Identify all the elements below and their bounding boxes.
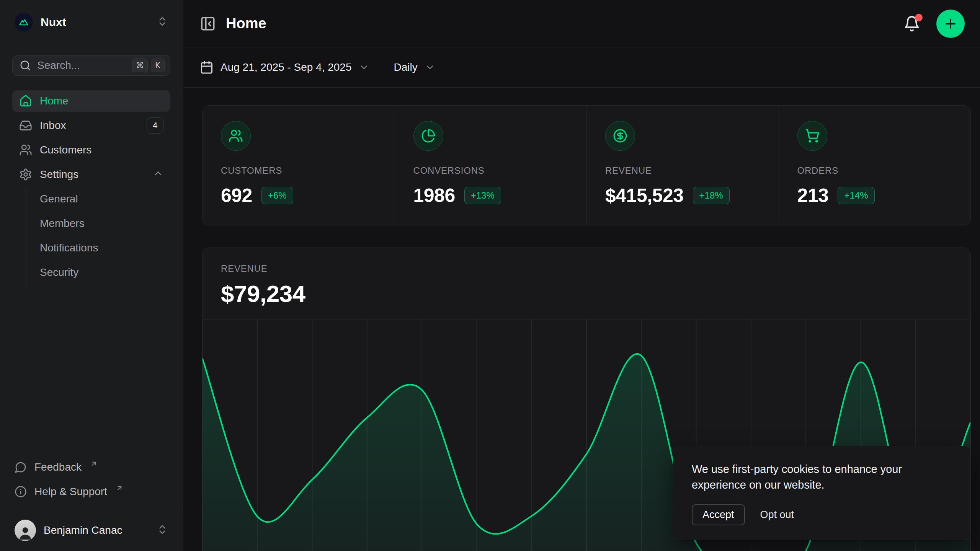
sidebar: Nuxt ⌘ K Home Inbox 4 [0, 0, 183, 551]
sidebar-footer-nav: Feedback Help & Support [12, 456, 170, 505]
user-menu[interactable]: Benjamin Canac [12, 511, 170, 551]
stat-value: 692 [221, 184, 252, 207]
stat-label: CONVERSIONS [413, 165, 568, 176]
external-link-arrow-icon [90, 460, 98, 468]
inbox-icon [19, 119, 32, 132]
subnav-label: General [40, 193, 78, 205]
stat-label: ORDERS [797, 165, 952, 176]
pie-chart-icon [413, 121, 443, 151]
sidebar-item-label: Home [40, 95, 69, 107]
search-input[interactable] [37, 59, 126, 72]
sidebar-item-security[interactable]: Security [40, 262, 170, 283]
brand-name: Nuxt [41, 16, 66, 29]
sidebar-item-general[interactable]: General [40, 188, 170, 210]
cookie-message: We use first-party cookies to enhance yo… [692, 461, 918, 493]
subnav-label: Notifications [40, 242, 98, 254]
users-icon [221, 121, 251, 151]
revenue-chart-label: REVENUE [221, 263, 952, 274]
sidebar-item-feedback[interactable]: Feedback [12, 456, 170, 478]
nuxt-logo-icon [15, 13, 33, 31]
opt-out-button[interactable]: Opt out [760, 509, 794, 521]
stat-card-orders[interactable]: ORDERS 213 +14% [779, 106, 971, 225]
sidebar-collapse-button[interactable] [200, 16, 216, 32]
page-title: Home [226, 15, 266, 32]
search-icon [20, 60, 31, 71]
filters-toolbar: Aug 21, 2025 - Sep 4, 2025 Daily [183, 47, 980, 88]
sidebar-item-settings[interactable]: Settings [12, 164, 170, 185]
subnav-label: Security [40, 266, 78, 279]
stats-grid: CUSTOMERS 692 +6% CONVERSIONS 1986 +13% [202, 105, 971, 225]
stat-card-conversions[interactable]: CONVERSIONS 1986 +13% [395, 106, 587, 225]
kbd-k: K [151, 59, 165, 72]
sidebar-item-label: Inbox [40, 119, 66, 132]
subnav-label: Members [40, 217, 85, 230]
accept-button[interactable]: Accept [692, 504, 745, 525]
dollar-circle-icon [605, 121, 635, 151]
sidebar-item-customers[interactable]: Customers [12, 139, 170, 161]
chevron-up-icon [153, 168, 163, 181]
plus-icon [943, 16, 958, 31]
house-icon [19, 95, 32, 108]
date-range-picker[interactable]: Aug 21, 2025 - Sep 4, 2025 [200, 60, 369, 74]
stat-label: REVENUE [605, 165, 760, 176]
chevron-down-icon [425, 62, 435, 73]
stat-value: 1986 [413, 184, 455, 207]
user-name: Benjamin Canac [44, 524, 122, 536]
sidebar-nav: Home Inbox 4 Customers Settings [12, 90, 170, 188]
stat-card-customers[interactable]: CUSTOMERS 692 +6% [203, 106, 395, 225]
add-button[interactable] [936, 10, 965, 38]
search-kbd-hint: ⌘ K [132, 59, 165, 72]
calendar-icon [200, 60, 214, 74]
notifications-button[interactable] [903, 15, 920, 32]
sidebar-item-label: Customers [40, 144, 91, 156]
chevron-down-icon [359, 62, 369, 73]
avatar [15, 520, 36, 541]
cart-icon [797, 121, 827, 151]
sidebar-spacer [12, 289, 170, 456]
users-icon [19, 143, 32, 156]
cookie-banner: We use first-party cookies to enhance yo… [673, 446, 971, 540]
header-actions [903, 10, 965, 38]
sidebar-item-label: Settings [40, 168, 78, 181]
settings-subnav: General Members Notifications Security [26, 188, 170, 286]
stat-label: CUSTOMERS [221, 165, 376, 176]
sidebar-item-members[interactable]: Members [40, 213, 170, 234]
sidebar-item-help-support[interactable]: Help & Support [12, 481, 170, 502]
date-range-label: Aug 21, 2025 - Sep 4, 2025 [220, 61, 352, 73]
stat-delta-badge: +6% [261, 187, 293, 204]
stat-delta-badge: +18% [693, 187, 730, 204]
stat-delta-badge: +14% [838, 187, 874, 204]
stat-card-revenue[interactable]: REVENUE $415,523 +18% [586, 106, 779, 225]
kbd-cmd: ⌘ [132, 59, 148, 72]
sidebar-item-notifications[interactable]: Notifications [40, 237, 170, 259]
panel-left-close-icon [200, 16, 216, 32]
granularity-label: Daily [394, 61, 418, 73]
revenue-chart-header: REVENUE $79,234 [203, 248, 970, 307]
stat-value: 213 [797, 184, 829, 207]
footer-item-label: Feedback [34, 461, 82, 473]
info-circle-icon [15, 486, 27, 498]
external-link-arrow-icon [116, 484, 123, 492]
gear-icon [19, 168, 32, 181]
stat-delta-badge: +13% [464, 187, 501, 204]
granularity-select[interactable]: Daily [394, 61, 435, 73]
cookie-actions: Accept Opt out [692, 504, 952, 525]
page-header: Home [183, 0, 980, 47]
chevrons-up-down-icon [157, 524, 168, 537]
sidebar-item-home[interactable]: Home [12, 90, 170, 112]
footer-item-label: Help & Support [34, 486, 107, 498]
stat-value: $415,523 [605, 184, 684, 207]
message-circle-icon [15, 461, 27, 473]
chevrons-up-down-icon [157, 16, 168, 29]
team-switcher[interactable]: Nuxt [12, 13, 170, 31]
revenue-chart-value: $79,234 [221, 280, 952, 307]
sidebar-item-inbox[interactable]: Inbox 4 [12, 115, 170, 136]
inbox-count-badge: 4 [147, 117, 163, 134]
search-box[interactable]: ⌘ K [12, 55, 170, 76]
notification-dot [915, 14, 923, 21]
